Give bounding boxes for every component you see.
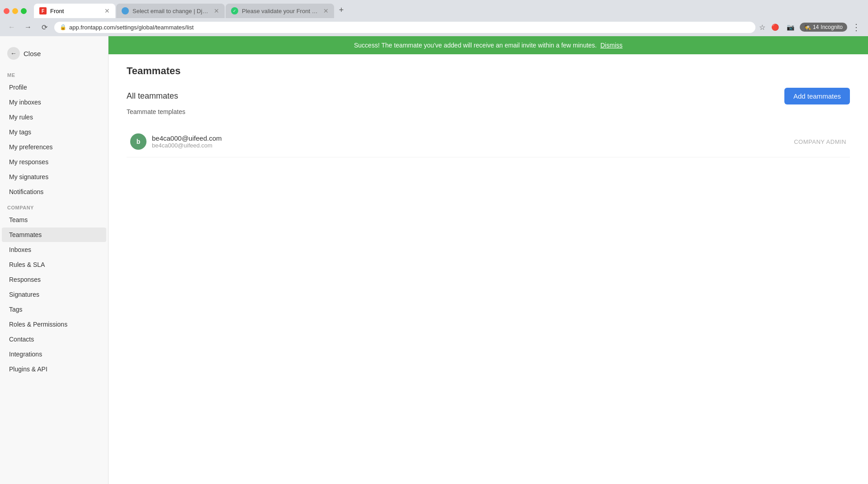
app: ← Close ME Profile My inboxes My rules M…: [0, 36, 868, 484]
sidebar-item-roles-permissions[interactable]: Roles & Permissions: [2, 317, 106, 332]
sidebar-item-responses[interactable]: Responses: [2, 272, 106, 287]
tab-validate[interactable]: ✓ Please validate your Front acc… ✕: [226, 4, 334, 18]
teammate-name: be4ca000@uifeed.com: [152, 134, 788, 142]
table-row: b be4ca000@uifeed.com be4ca000@uifeed.co…: [127, 126, 850, 157]
success-banner: Success! The teammate you've added will …: [108, 36, 868, 54]
reload-button[interactable]: ⟳: [38, 21, 51, 33]
sidebar-item-my-signatures[interactable]: My signatures: [2, 170, 106, 184]
success-message: Success! The teammate you've added will …: [354, 42, 597, 49]
close-window-button[interactable]: [4, 8, 9, 14]
sidebar-item-integrations[interactable]: Integrations: [2, 347, 106, 361]
tab-label-select: Select email to change | Djang…: [132, 8, 210, 14]
tab-label-front: Front: [50, 8, 101, 14]
extension-area: 🔴 📷 🕵 14 Incognito ⋮: [769, 21, 863, 33]
sidebar-item-my-rules[interactable]: My rules: [2, 110, 106, 124]
tab-favicon-validate: ✓: [231, 7, 238, 14]
company-section-label: COMPANY: [0, 199, 108, 212]
tab-front[interactable]: F Front ✕: [34, 4, 115, 18]
close-settings-button[interactable]: ← Close: [0, 43, 108, 67]
incognito-label: Incognito: [821, 24, 843, 30]
sidebar-item-inboxes[interactable]: Inboxes: [2, 242, 106, 257]
more-options-button[interactable]: ⋮: [850, 22, 863, 33]
sidebar: ← Close ME Profile My inboxes My rules M…: [0, 36, 108, 484]
sidebar-item-signatures[interactable]: Signatures: [2, 287, 106, 302]
teammate-role: COMPANY ADMIN: [794, 138, 846, 145]
sidebar-item-notifications[interactable]: Notifications: [2, 185, 106, 199]
lock-icon: 🔒: [60, 24, 66, 30]
back-arrow-icon: ←: [7, 47, 20, 60]
browser-chrome: F Front ✕ Select email to change | Djang…: [0, 0, 868, 36]
teammates-header: All teammates Add teammates: [127, 88, 850, 104]
sidebar-item-plugins-api[interactable]: Plugins & API: [2, 362, 106, 376]
new-tab-button[interactable]: +: [335, 4, 348, 16]
ext-icon-1[interactable]: 🔴: [769, 21, 782, 33]
close-label: Close: [24, 50, 41, 57]
me-section-label: ME: [0, 67, 108, 80]
sidebar-item-my-tags[interactable]: My tags: [2, 125, 106, 139]
all-teammates-label: All teammates: [127, 91, 178, 101]
content-area: Teammates All teammates Add teammates Te…: [108, 54, 868, 484]
avatar: b: [130, 133, 146, 150]
forward-button[interactable]: →: [22, 21, 34, 33]
traffic-lights: [4, 8, 27, 14]
main-content: Success! The teammate you've added will …: [108, 36, 868, 484]
sidebar-item-my-responses[interactable]: My responses: [2, 155, 106, 169]
sidebar-item-my-preferences[interactable]: My preferences: [2, 140, 106, 154]
back-button[interactable]: ←: [5, 21, 18, 33]
add-teammates-button[interactable]: Add teammates: [784, 88, 850, 104]
maximize-window-button[interactable]: [21, 8, 27, 14]
tab-favicon-select: [122, 7, 129, 14]
bookmark-button[interactable]: ☆: [759, 23, 765, 32]
incognito-badge: 14: [813, 24, 819, 30]
tab-label-validate: Please validate your Front acc…: [242, 8, 320, 14]
address-bar: ← → ⟳ 🔒 app.frontapp.com/settings/global…: [0, 18, 868, 36]
incognito-button[interactable]: 🕵 14 Incognito: [800, 23, 847, 32]
teammate-templates-link[interactable]: Teammate templates: [127, 108, 850, 115]
teammate-info: be4ca000@uifeed.com be4ca000@uifeed.com: [152, 134, 788, 149]
sidebar-item-rules-sla[interactable]: Rules & SLA: [2, 257, 106, 272]
tab-select-email[interactable]: Select email to change | Djang… ✕: [116, 4, 225, 18]
sidebar-item-my-inboxes[interactable]: My inboxes: [2, 95, 106, 109]
minimize-window-button[interactable]: [12, 8, 18, 14]
tab-close-front[interactable]: ✕: [104, 7, 110, 14]
dismiss-link[interactable]: Dismiss: [600, 42, 623, 49]
tab-close-select[interactable]: ✕: [214, 7, 219, 14]
tab-favicon-front: F: [39, 7, 47, 14]
title-bar: F Front ✕ Select email to change | Djang…: [0, 0, 868, 18]
incognito-icon: 🕵: [804, 24, 811, 30]
url-bar[interactable]: 🔒 app.frontapp.com/settings/global/teamm…: [54, 22, 755, 33]
page-title: Teammates: [127, 65, 850, 77]
tab-bar: F Front ✕ Select email to change | Djang…: [34, 4, 864, 18]
teammate-email: be4ca000@uifeed.com: [152, 142, 788, 149]
sidebar-item-profile[interactable]: Profile: [2, 80, 106, 95]
url-text: app.frontapp.com/settings/global/teammat…: [69, 24, 193, 31]
tab-close-validate[interactable]: ✕: [323, 7, 329, 14]
sidebar-item-teammates[interactable]: Teammates: [2, 228, 106, 242]
sidebar-item-contacts[interactable]: Contacts: [2, 332, 106, 346]
sidebar-item-tags[interactable]: Tags: [2, 302, 106, 317]
ext-icon-2[interactable]: 📷: [784, 21, 797, 33]
sidebar-item-teams[interactable]: Teams: [2, 213, 106, 227]
